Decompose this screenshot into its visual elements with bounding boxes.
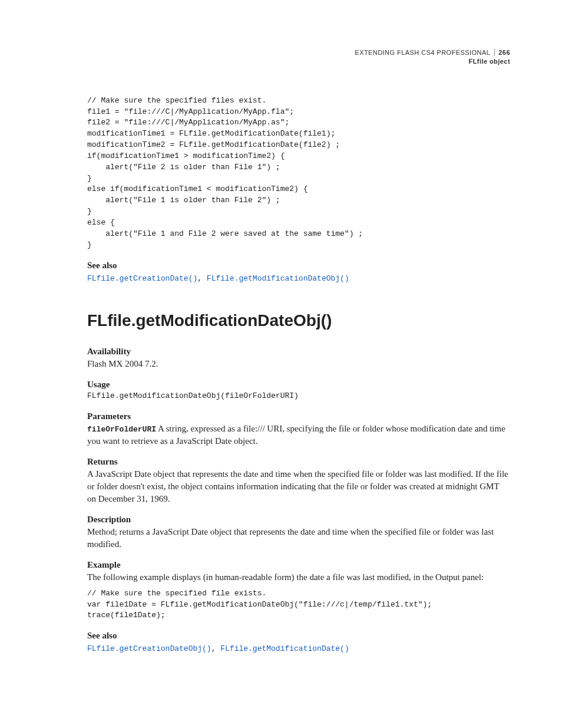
xref-getCreationDateObj[interactable]: FLfile.getCreationDateObj() <box>87 644 211 653</box>
xref-getCreationDate[interactable]: FLfile.getCreationDate() <box>87 274 197 283</box>
description-label: Description <box>87 515 510 525</box>
code-block-1: // Make sure the specified files exist. … <box>87 95 510 251</box>
running-header: EXTENDING FLASH CS4 PROFESSIONAL 266 FLf… <box>87 48 510 66</box>
running-section: FLfile object <box>87 57 510 66</box>
parameters-label: Parameters <box>87 411 510 421</box>
availability-text: Flash MX 2004 7.2. <box>87 358 510 370</box>
page-number: 266 <box>494 49 510 56</box>
example-label: Example <box>87 560 510 570</box>
link-separator: , <box>197 274 207 283</box>
xref-getModificationDateObj[interactable]: FLfile.getModificationDateObj() <box>207 274 349 283</box>
usage-label: Usage <box>87 380 510 390</box>
api-heading: FLfile.getModificationDateObj() <box>87 311 510 330</box>
see-also-links-2: FLfile.getCreationDateObj(), FLfile.getM… <box>87 642 510 654</box>
page-container: EXTENDING FLASH CS4 PROFESSIONAL 266 FLf… <box>0 0 562 690</box>
see-also-label-2: See also <box>87 631 510 641</box>
example-intro: The following example displays (in human… <box>87 571 510 584</box>
xref-getModificationDate[interactable]: FLfile.getModificationDate() <box>220 644 349 653</box>
see-also-links-1: FLfile.getCreationDate(), FLfile.getModi… <box>87 272 510 284</box>
param-name: fileOrFolderURI <box>87 425 156 434</box>
availability-label: Availability <box>87 347 510 357</box>
returns-text: A JavaScript Date object that represents… <box>87 468 510 505</box>
parameters-text: fileOrFolderURI A string, expressed as a… <box>87 423 510 447</box>
running-title: EXTENDING FLASH CS4 PROFESSIONAL <box>355 49 490 56</box>
returns-label: Returns <box>87 457 510 467</box>
link-separator-2: , <box>211 644 221 653</box>
see-also-label-1: See also <box>87 261 510 271</box>
usage-code: FLfile.getModificationDateObj(fileOrFold… <box>87 391 510 402</box>
example-code: // Make sure the specified file exists. … <box>87 588 510 622</box>
description-text: Method; returns a JavaScript Date object… <box>87 526 510 551</box>
